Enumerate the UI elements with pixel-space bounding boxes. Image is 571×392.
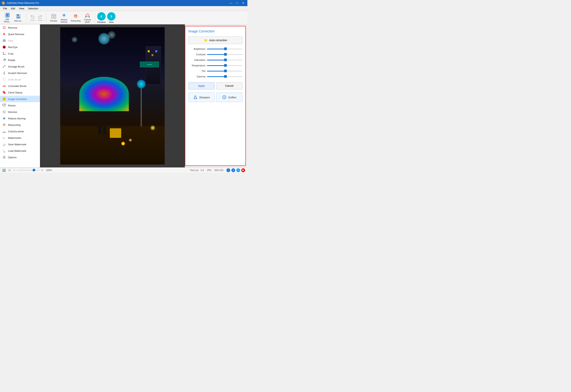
auto-correction-button[interactable]: ⭐ Auto correction	[188, 36, 243, 44]
redo-button[interactable]: Redo	[37, 13, 44, 22]
toolbar-file-section: Add File(s)... Save as...	[1, 12, 25, 23]
brightness-fill	[207, 49, 226, 49]
svg-text:A: A	[4, 137, 5, 139]
retouching-toolbar-button[interactable]: Retouching	[69, 12, 82, 23]
svg-rect-52	[3, 111, 5, 113]
reduce-blurring-toolbar-button[interactable]: Reduce blurring	[59, 12, 69, 23]
youtube-icon[interactable]: ▶	[241, 168, 245, 172]
gamma-thumb[interactable]	[224, 75, 227, 78]
sidebar-item-clone-stamp[interactable]: Clone Stamp	[0, 89, 40, 96]
sharpen-button[interactable]: Sharpen	[188, 92, 214, 102]
apply-button[interactable]: Apply	[188, 82, 214, 89]
saturation-track[interactable]	[207, 60, 243, 60]
zoom-minus-btn[interactable]: −	[14, 169, 15, 172]
sidebar-item-retouching[interactable]: Retouching	[0, 122, 40, 128]
sidebar-item-options[interactable]: Options	[0, 154, 40, 160]
sidebar-item-scratch-remover[interactable]: Scratch Remover	[0, 70, 40, 76]
clone-stamp-label: Clone Stamp	[8, 91, 22, 94]
panel-action-buttons: Apply Cancel	[188, 82, 243, 89]
sidebar-item-watermarks[interactable]: AA Watermarks	[0, 135, 40, 141]
denoise-toolbar-button[interactable]: Denoise	[49, 12, 59, 23]
twitter-icon[interactable]: t	[236, 168, 240, 172]
app-icon: 🎨	[1, 1, 5, 5]
close-button[interactable]: ✕	[241, 1, 246, 5]
sidebar-item-remove[interactable]: Remove	[0, 24, 40, 31]
cancel-button[interactable]: Cancel	[216, 82, 243, 89]
zoom-percent-label: 289%	[46, 169, 52, 172]
sidebar-item-resize[interactable]: Resize	[0, 102, 40, 109]
contrast-row: Contrast	[188, 53, 243, 56]
facebook-icon[interactable]: f	[231, 168, 235, 172]
saturation-thumb[interactable]	[224, 58, 227, 61]
tint-row: Tint	[188, 70, 243, 73]
reduce-blurring-icon	[61, 12, 67, 18]
temperature-thumb[interactable]	[224, 64, 227, 67]
tint-track[interactable]	[207, 71, 243, 72]
building-window-2	[152, 54, 153, 56]
brightness-track[interactable]	[207, 49, 243, 49]
sidebar-item-red-eye[interactable]: Red Eye	[0, 44, 40, 50]
sidebar-item-reduce-blurring[interactable]: Reduce blurring	[0, 115, 40, 122]
undo-button[interactable]: Undo	[29, 13, 36, 22]
maximize-button[interactable]: □	[234, 1, 240, 5]
canvas-area[interactable]: ■■■■■	[40, 24, 185, 167]
contrast-thumb[interactable]	[224, 53, 227, 56]
image-correction-label: Image Correction	[8, 98, 27, 101]
zoom-plus-btn[interactable]: +	[41, 169, 43, 172]
time-key: Time (s):	[190, 169, 199, 172]
sidebar-item-save-watermark[interactable]: AA Save Watermark	[0, 141, 40, 147]
sharpen-soften-container: Sharpen Soften	[188, 92, 243, 102]
retouching-menu-icon	[2, 123, 6, 127]
svg-point-55	[4, 112, 5, 113]
temperature-fill	[207, 65, 226, 66]
sidebar-item-smudge-brush[interactable]: Smudge Brush	[0, 63, 40, 70]
smudge-brush-label: Smudge Brush	[8, 65, 24, 68]
sidebar-item-quick-remove[interactable]: Quick Remove	[0, 31, 40, 37]
temperature-track[interactable]	[207, 65, 243, 66]
zoom-thumb[interactable]	[33, 169, 35, 171]
sidebar-item-concealer-brush[interactable]: Concealer Brush	[0, 83, 40, 89]
svg-point-54	[5, 111, 5, 112]
smudge-brush-icon	[2, 65, 6, 69]
lamp-glow	[137, 80, 146, 88]
sky-light-3	[72, 37, 77, 43]
menu-selection[interactable]: Selection	[27, 6, 40, 11]
image-correction-icon	[2, 97, 6, 101]
info-circle-icon[interactable]: i	[227, 168, 230, 172]
svg-point-12	[53, 17, 54, 17]
menu-edit[interactable]: Edit	[9, 6, 16, 11]
brightness-row: Brightness	[188, 47, 243, 50]
contrast-track[interactable]	[207, 54, 243, 55]
save-as-icon	[15, 13, 21, 19]
zoom-track[interactable]	[17, 170, 40, 171]
brightness-thumb[interactable]	[224, 47, 227, 50]
colorize-photo-toolbar-button[interactable]: Colorize photo	[82, 12, 92, 23]
sharpen-label: Sharpen	[199, 96, 210, 99]
sidebar-item-crop[interactable]: Crop	[0, 50, 40, 57]
sidebar-item-image-correction[interactable]: Image Correction	[0, 96, 40, 102]
minimize-button[interactable]: —	[228, 1, 234, 5]
save-watermark-label: Save Watermark	[8, 143, 26, 146]
add-files-button[interactable]: Add File(s)...	[2, 12, 12, 23]
soften-button[interactable]: Soften	[216, 92, 243, 102]
sidebar-item-denoise[interactable]: Denoise	[0, 109, 40, 115]
save-as-button[interactable]: Save as...	[13, 12, 24, 23]
next-button[interactable]	[107, 12, 115, 21]
sidebar-item-load-watermark[interactable]: AA Load Watermark	[0, 147, 40, 154]
menu-file[interactable]: File	[1, 6, 9, 11]
add-files-icon	[4, 13, 10, 18]
sidebar-item-rotate[interactable]: Rotate	[0, 57, 40, 63]
toolbar-divider-1	[27, 13, 27, 22]
denoise-icon	[51, 13, 57, 19]
remove-label: Remove	[8, 26, 17, 29]
status-info-icon: ℹ️	[2, 169, 5, 172]
tint-thumb[interactable]	[224, 70, 227, 72]
previous-button[interactable]	[97, 12, 106, 21]
gamma-track[interactable]	[207, 76, 243, 77]
concealer-brush-label: Concealer Brush	[8, 85, 27, 87]
svg-rect-6	[17, 16, 20, 18]
sidebar-item-colorize-photo[interactable]: Colorize photo	[0, 128, 40, 135]
menu-view[interactable]: View	[17, 6, 26, 11]
sidebar-item-stop: Stop	[0, 37, 40, 44]
scratch-remover-icon	[2, 71, 6, 75]
